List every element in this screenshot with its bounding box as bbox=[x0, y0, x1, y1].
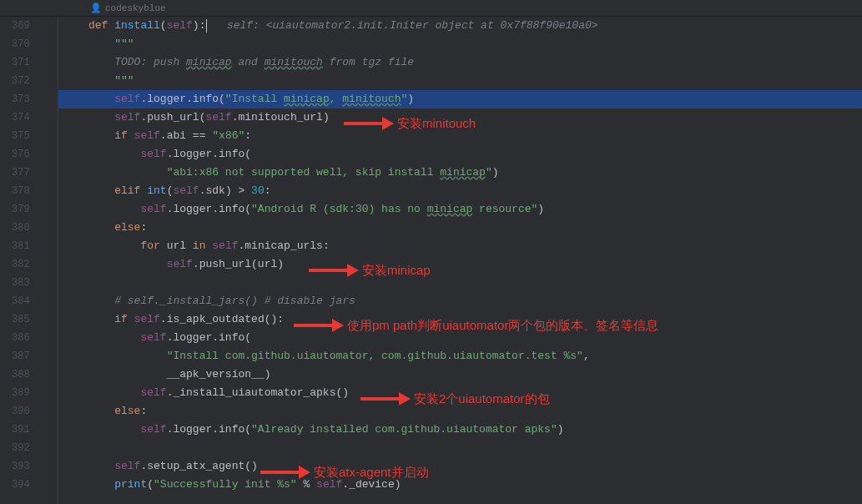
code-line[interactable]: self.push_url(url) bbox=[58, 255, 862, 274]
code-line[interactable]: __apk_version__) bbox=[58, 365, 862, 384]
code-line[interactable]: "abi:x86 not supported well, skip instal… bbox=[58, 164, 862, 182]
code-line[interactable]: if self.is_apk_outdated(): bbox=[58, 310, 862, 329]
line-number[interactable]: 378 bbox=[0, 182, 58, 200]
line-number[interactable]: 370 bbox=[0, 35, 58, 53]
line-gutter: 369 370 371 372 373 374 375 376 377 378 … bbox=[0, 17, 58, 504]
line-number[interactable]: 387 bbox=[0, 347, 58, 365]
person-icon: 👤 bbox=[90, 3, 102, 13]
line-number[interactable]: 394 bbox=[0, 476, 58, 494]
code-line[interactable]: """ bbox=[58, 35, 862, 53]
author-name: codeskyblue bbox=[105, 3, 166, 13]
highlighted-line[interactable]: self.logger.info("Install minicap, minit… bbox=[58, 90, 862, 108]
line-number[interactable]: 383 bbox=[0, 274, 58, 292]
code-line[interactable]: # self._install_jars() # disable jars bbox=[58, 292, 862, 310]
code-line[interactable]: self.logger.info( bbox=[58, 145, 862, 164]
code-line[interactable]: else: bbox=[58, 219, 862, 237]
code-line[interactable]: self.setup_atx_agent() bbox=[58, 457, 862, 476]
code-line[interactable]: """ bbox=[58, 72, 862, 90]
line-number[interactable]: 393 bbox=[0, 457, 58, 476]
line-number[interactable]: 380 bbox=[0, 219, 58, 237]
code-line[interactable]: TODO: push minicap and minitouch from tg… bbox=[58, 53, 862, 72]
line-number[interactable]: 375 bbox=[0, 127, 58, 145]
code-line[interactable] bbox=[58, 439, 862, 457]
code-line[interactable]: for url in self.minicap_urls: bbox=[58, 237, 862, 255]
line-number[interactable]: 388 bbox=[0, 365, 58, 384]
line-number[interactable]: 391 bbox=[0, 421, 58, 439]
code-line[interactable] bbox=[58, 274, 862, 292]
line-number[interactable]: 390 bbox=[0, 402, 58, 421]
code-line[interactable]: print("Successfully init %s" % self._dev… bbox=[58, 476, 862, 494]
code-line[interactable]: elif int(self.sdk) > 30: bbox=[58, 182, 862, 200]
line-number[interactable]: 389 bbox=[0, 384, 58, 402]
code-area[interactable]: def install(self): self: <uiautomator2.i… bbox=[58, 17, 862, 504]
author-header: 👤 codeskyblue bbox=[0, 0, 862, 17]
line-number[interactable]: 392 bbox=[0, 439, 58, 457]
line-number[interactable]: 382 bbox=[0, 255, 58, 274]
line-number[interactable]: 386 bbox=[0, 329, 58, 347]
code-line[interactable]: self.logger.info("Android R (sdk:30) has… bbox=[58, 200, 862, 219]
line-number[interactable]: 377 bbox=[0, 164, 58, 182]
line-number[interactable]: 385 bbox=[0, 310, 58, 329]
line-number[interactable]: 376 bbox=[0, 145, 58, 164]
code-line[interactable]: self.push_url(self.minitouch_url) bbox=[58, 108, 862, 127]
line-number[interactable]: 372 bbox=[0, 72, 58, 90]
line-number[interactable]: 371 bbox=[0, 53, 58, 72]
code-line[interactable]: self.logger.info( bbox=[58, 329, 862, 347]
code-line[interactable]: self.logger.info("Already installed com.… bbox=[58, 421, 862, 439]
code-editor[interactable]: 369 370 371 372 373 374 375 376 377 378 … bbox=[0, 17, 862, 504]
code-line[interactable]: def install(self): self: <uiautomator2.i… bbox=[58, 17, 862, 35]
line-number[interactable]: 381 bbox=[0, 237, 58, 255]
code-line[interactable]: else: bbox=[58, 402, 862, 421]
code-line[interactable]: self._install_uiautomator_apks() bbox=[58, 384, 862, 402]
code-line[interactable]: "Install com.github.uiautomator, com.git… bbox=[58, 347, 862, 365]
code-line[interactable]: if self.abi == "x86": bbox=[58, 127, 862, 145]
line-number[interactable]: 379 bbox=[0, 200, 58, 219]
line-number[interactable]: 369 bbox=[0, 17, 58, 35]
line-number[interactable]: 384 bbox=[0, 292, 58, 310]
line-number[interactable]: 373 bbox=[0, 90, 58, 108]
line-number[interactable]: 374 bbox=[0, 108, 58, 127]
